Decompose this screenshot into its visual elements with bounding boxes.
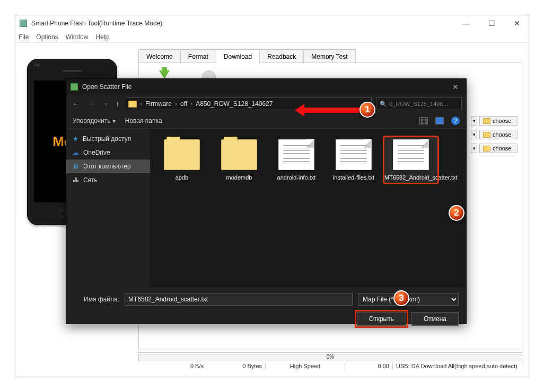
callout-3: 3 — [393, 290, 409, 306]
tab-readback[interactable]: Readback — [259, 49, 304, 64]
download-icon — [159, 70, 170, 79]
menubar: File Options Window Help — [15, 31, 529, 43]
sidebar-label: OneDrive — [83, 149, 110, 156]
titlebar: Smart Phone Flash Tool(Runtime Trace Mod… — [15, 15, 529, 31]
app-icon — [20, 20, 27, 27]
view-preview-button[interactable] — [435, 117, 444, 124]
nav-back-button[interactable]: ← — [71, 97, 82, 110]
pc-icon: 🖥 — [73, 163, 79, 170]
search-placeholder: 0_ROW_S128_1406... — [389, 101, 448, 107]
minimize-button[interactable]: — — [461, 19, 471, 28]
sidebar-network[interactable]: 🖧Сеть — [66, 173, 150, 187]
open-file-dialog: Open Scatter File ✕ ← → ▾ ↑ › Firmware ›… — [66, 78, 467, 324]
star-icon: ★ — [73, 135, 78, 142]
dialog-body: ★Быстрый доступ ☁OneDrive 🖥Этот компьюте… — [66, 129, 466, 288]
folder-apdb[interactable]: apdb — [154, 136, 209, 184]
tab-memory-test[interactable]: Memory Test — [303, 49, 355, 64]
folder-icon — [164, 139, 200, 170]
file-android-info[interactable]: android-info.txt — [269, 136, 324, 184]
status-bar: 0% 0 B/s 0 Bytes High Speed 0:00 USB: DA… — [138, 352, 522, 370]
nav-forward-button[interactable]: → — [86, 97, 98, 110]
organize-button[interactable]: Упорядочить ▾ — [73, 117, 116, 124]
cloud-icon: ☁ — [73, 149, 79, 156]
menu-window[interactable]: Window — [66, 33, 89, 41]
dialog-titlebar: Open Scatter File ✕ — [66, 79, 466, 95]
choose-button-2[interactable]: choose — [479, 130, 517, 139]
crumb-a850[interactable]: A850_ROW_S128_140627 — [194, 100, 275, 108]
folder-icon — [128, 101, 137, 108]
status-bytes: 0 Bytes — [207, 362, 266, 370]
choose-button-3[interactable]: choose — [479, 144, 517, 153]
cancel-button[interactable]: Отмена — [411, 312, 459, 326]
dialog-close-button[interactable]: ✕ — [449, 83, 462, 91]
choose-rows: ▾ choose ▾ choose ▾ choose — [471, 116, 517, 153]
dialog-icon — [71, 83, 78, 91]
file-label: modemdb — [226, 174, 252, 181]
menu-options[interactable]: Options — [36, 33, 58, 41]
open-button[interactable]: Открыть — [357, 312, 406, 326]
dropdown-arrow[interactable]: ▾ — [471, 116, 477, 126]
nav-recent-button[interactable]: ▾ — [102, 99, 109, 109]
view-icons-button[interactable] — [419, 117, 428, 124]
file-label: MT6582_Android_scatter.txt — [384, 174, 458, 181]
window-title: Smart Phone Flash Tool(Runtime Trace Mod… — [31, 20, 162, 27]
search-input[interactable]: 🔍 0_ROW_S128_1406... — [376, 97, 462, 110]
dropdown-arrow[interactable]: ▾ — [471, 130, 477, 139]
nav-up-button[interactable]: ↑ — [113, 97, 121, 110]
sidebar-onedrive[interactable]: ☁OneDrive — [66, 146, 150, 159]
tab-download[interactable]: Download — [216, 49, 260, 64]
filename-label: Имя файла: — [74, 296, 119, 303]
file-icon — [393, 139, 429, 170]
file-scatter[interactable]: MT6582_Android_scatter.txt — [383, 136, 438, 184]
file-installed-files[interactable]: installed-files.txt — [326, 136, 381, 184]
sidebar-label: Сеть — [83, 176, 98, 184]
search-icon: 🔍 — [380, 101, 387, 108]
menu-help[interactable]: Help — [95, 33, 109, 41]
menu-file[interactable]: File — [19, 33, 29, 41]
dialog-toolbar: Упорядочить ▾ Новая папка ? — [66, 113, 466, 129]
folder-icon — [483, 146, 490, 152]
sidebar-this-pc[interactable]: 🖥Этот компьютер — [66, 159, 150, 173]
folder-modemdb[interactable]: modemdb — [212, 136, 267, 184]
choose-label: choose — [493, 131, 511, 138]
file-icon — [278, 139, 314, 170]
sidebar-quick-access[interactable]: ★Быстрый доступ — [66, 132, 150, 146]
folder-icon — [483, 118, 490, 124]
folder-icon — [483, 132, 490, 138]
status-rate: 0 B/s — [138, 362, 207, 370]
choose-button-1[interactable]: choose — [479, 116, 517, 126]
crumb-firmware[interactable]: Firmware — [143, 100, 174, 108]
filename-input[interactable] — [125, 293, 353, 306]
maximize-button[interactable]: ☐ — [486, 19, 497, 28]
file-label: apdb — [176, 174, 188, 181]
dialog-title: Open Scatter File — [82, 83, 131, 91]
status-time: 0:00 — [345, 362, 393, 370]
tab-welcome[interactable]: Welcome — [138, 49, 181, 64]
annotation-arrow — [302, 108, 359, 113]
callout-2: 2 — [449, 205, 464, 221]
close-button[interactable]: ✕ — [512, 19, 522, 28]
crumb-off[interactable]: off — [178, 100, 189, 108]
sidebar-label: Этот компьютер — [83, 163, 131, 170]
choose-label: choose — [493, 145, 511, 152]
help-button[interactable]: ? — [451, 117, 460, 125]
progress-percent: 0% — [139, 354, 522, 360]
phone-bm-label: BM — [34, 63, 40, 67]
tab-format[interactable]: Format — [180, 49, 216, 64]
file-label: installed-files.txt — [333, 174, 374, 181]
dialog-nav: ← → ▾ ↑ › Firmware › off › A850_ROW_S128… — [66, 95, 466, 113]
status-mode: USB: DA Download All(high speed,auto det… — [393, 362, 522, 370]
status-speed: High Speed — [266, 362, 345, 370]
phone-earpiece — [63, 70, 82, 72]
file-icon — [336, 139, 372, 170]
callout-1: 1 — [359, 102, 375, 118]
network-icon: 🖧 — [73, 176, 79, 184]
folder-icon — [221, 139, 257, 170]
file-list[interactable]: apdb modemdb android-info.txt installed-… — [150, 129, 466, 288]
choose-label: choose — [493, 118, 511, 124]
tabbar: Welcome Format Download Readback Memory … — [138, 49, 355, 64]
sidebar: ★Быстрый доступ ☁OneDrive 🖥Этот компьюте… — [66, 129, 150, 288]
new-folder-button[interactable]: Новая папка — [125, 117, 162, 124]
sidebar-label: Быстрый доступ — [83, 135, 131, 142]
dropdown-arrow[interactable]: ▾ — [471, 144, 477, 153]
